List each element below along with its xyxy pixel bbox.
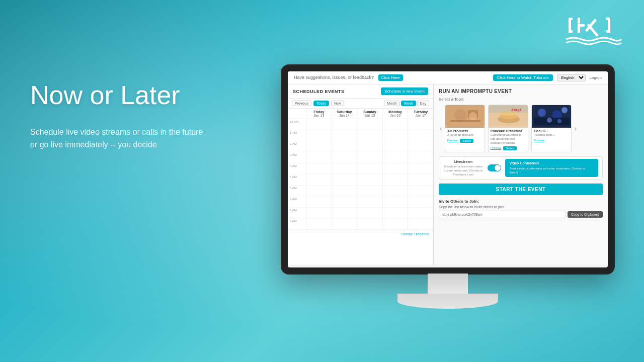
previous-button[interactable]: Previous (292, 101, 311, 106)
toggle-right-option: Video Conference Start a video conferenc… (505, 159, 598, 176)
topic-card-pancake[interactable]: Zing! Pancake Breakfast Everything you n… (488, 105, 528, 152)
topic-name-pancake: Pancake Breakfast (491, 129, 526, 133)
day-sunday: Sunday Jan 15 (357, 109, 382, 119)
cell-tue-12am (408, 119, 433, 130)
svg-rect-20 (489, 105, 528, 113)
topic-preview-cool[interactable]: Preview (534, 139, 544, 142)
change-timezone-link[interactable]: Change Timezone (288, 230, 433, 238)
topic-desc-pancake: Everything you need to talk about the be… (491, 133, 526, 145)
monitor-bezel: Have suggestions, issues, or feedback? C… (282, 65, 614, 274)
time-7am: 7 AM (288, 197, 306, 208)
app-body: SCHEDULED EVENTS Schedule a new Event Pr… (288, 84, 608, 264)
week-view-button[interactable]: Week (401, 101, 416, 106)
sub-text-line2: or go live immediately -- you decide (30, 138, 252, 151)
app-header: Have suggestions, issues, or feedback? C… (288, 71, 608, 84)
logo (564, 10, 624, 50)
svg-rect-14 (450, 120, 480, 122)
impromptu-title: RUN AN IMPROMPTU EVENT (439, 88, 603, 94)
toggle-knob (495, 165, 501, 171)
time-8am: 8 AM (288, 208, 306, 219)
time-4am: 4 AM (288, 163, 306, 174)
click-here-button[interactable]: Click Here (378, 74, 403, 81)
topic-desc-all-products: A list of all products (447, 133, 482, 137)
today-button[interactable]: Today (313, 101, 329, 106)
language-select[interactable]: English (557, 74, 586, 81)
topic-card-cool[interactable]: Cool G... Includes kitch... Preview (531, 105, 572, 152)
livestream-desc: Broadcast a livestream video to your cus… (443, 165, 484, 176)
toggle-switch[interactable] (488, 164, 502, 171)
topic-select-all-products[interactable]: Select (460, 139, 473, 143)
feedback-text: Have suggestions, issues, or feedback? (294, 75, 374, 80)
day-view-button[interactable]: Day (417, 101, 429, 106)
topic-name-cool: Cool G... (534, 129, 569, 133)
topic-name-all-products: All Products (447, 129, 482, 133)
header-right: Click Here to Watch Tutorials English Lo… (493, 74, 602, 81)
next-button[interactable]: Next (331, 101, 344, 106)
svg-text:Zing!: Zing! (511, 108, 521, 112)
invite-desc: Copy the link below to invite others to … (439, 205, 603, 209)
livestream-label: Livestream (443, 159, 484, 164)
svg-point-23 (538, 109, 546, 117)
logout-link[interactable]: Logout (590, 75, 602, 80)
cal-nav-buttons: Previous Today Next (292, 101, 344, 106)
topic-info-cool: Cool G... Includes kitch... Preview (532, 128, 571, 143)
start-event-button[interactable]: START THE EVENT (439, 184, 603, 195)
day-saturday: Saturday Jan 14 (332, 109, 357, 119)
calendar-days-header: Friday Jan 13 Saturday Jan 14 Sunday Jan… (288, 109, 433, 119)
left-panel: Now or Later Schedule live video streams… (30, 80, 252, 151)
invite-link-input[interactable] (439, 211, 566, 218)
topic-select-pancake[interactable]: Select (503, 146, 517, 150)
topics-prev-button[interactable]: ‹ (439, 125, 443, 132)
svg-rect-7 (587, 24, 599, 37)
time-12am: 12 AM (288, 119, 306, 130)
cell-sat-12am (332, 119, 357, 130)
copy-to-clipboard-button[interactable]: Copy to Clipboard (568, 211, 603, 218)
time-2am: 2 AM (288, 141, 306, 152)
svg-point-15 (469, 112, 477, 120)
day-tuesday: Tuesday Jan 17 (408, 109, 433, 119)
svg-rect-2 (569, 30, 573, 33)
time-3am: 3 AM (288, 152, 306, 163)
svg-rect-5 (578, 27, 580, 33)
topic-img-cool (532, 105, 571, 128)
toggle-left-option: Livestream Broadcast a livestream video … (443, 159, 484, 176)
svg-point-25 (561, 107, 568, 113)
time-5am: 5 AM (288, 174, 306, 186)
sub-text-line1: Schedule live video streams or calls in … (30, 126, 252, 139)
view-buttons: Month Week Day (384, 101, 429, 106)
invite-section: Invite Others to Join: Copy the link bel… (439, 199, 603, 218)
scheduled-header: SCHEDULED EVENTS Schedule a new Event (288, 84, 433, 99)
svg-rect-4 (578, 24, 585, 27)
scheduled-title: SCHEDULED EVENTS (293, 89, 345, 94)
topic-card-all-products[interactable]: All Products A list of all products Prev… (445, 105, 485, 152)
cell-fri-12am (306, 119, 332, 130)
month-view-button[interactable]: Month (384, 101, 399, 106)
cell-sun-12am (357, 119, 382, 130)
video-conference-desc: Start a video conference with your custo… (509, 167, 594, 175)
time-col-header (288, 109, 306, 119)
scheduled-col: SCHEDULED EVENTS Schedule a new Event Pr… (288, 84, 434, 264)
calendar-nav: Previous Today Next Month Week Day (288, 99, 433, 109)
topic-info-pancake: Pancake Breakfast Everything you need to… (489, 128, 528, 152)
topics-list: All Products A list of all products Prev… (445, 105, 572, 152)
topics-next-button[interactable]: › (574, 125, 578, 132)
svg-rect-3 (578, 18, 580, 24)
topic-preview-pancake[interactable]: Preview (491, 146, 501, 150)
svg-point-27 (547, 118, 552, 123)
time-1am: 1 AM (288, 130, 306, 141)
svg-rect-6 (585, 19, 597, 32)
schedule-new-event-button[interactable]: Schedule a new Event (381, 87, 428, 95)
invite-title: Invite Others to Join: (439, 199, 603, 204)
day-monday: Monday Jan 16 (382, 109, 408, 119)
screen: Have suggestions, issues, or feedback? C… (288, 71, 608, 267)
cell-mon-12am (382, 119, 408, 130)
topic-img-all-products (445, 105, 485, 128)
topic-preview-all-products[interactable]: Preview (447, 139, 458, 143)
feedback-area: Have suggestions, issues, or feedback? C… (294, 74, 403, 81)
topic-actions-all-products: Preview Select (447, 139, 482, 143)
topic-img-pancake: Zing! (489, 105, 528, 128)
topic-actions-cool: Preview (534, 139, 569, 142)
watch-tutorials-button[interactable]: Click Here to Watch Tutorials (493, 74, 553, 81)
video-conference-label: Video Conference (509, 161, 594, 166)
impromptu-col: RUN AN IMPROMPTU EVENT Select a Topic ‹ (434, 84, 608, 264)
